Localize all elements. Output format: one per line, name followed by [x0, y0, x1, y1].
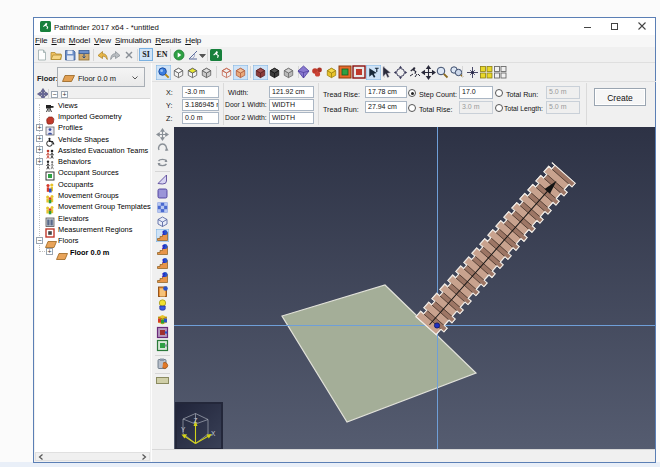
svg-text:2: 2 — [162, 272, 165, 278]
svg-text:2: 2 — [162, 244, 165, 250]
svg-text:1: 1 — [162, 230, 165, 236]
svg-text:X: X — [211, 430, 216, 437]
svg-text:Y: Y — [181, 426, 186, 433]
svg-text:1: 1 — [162, 258, 165, 264]
svg-text:Z: Z — [194, 417, 198, 424]
